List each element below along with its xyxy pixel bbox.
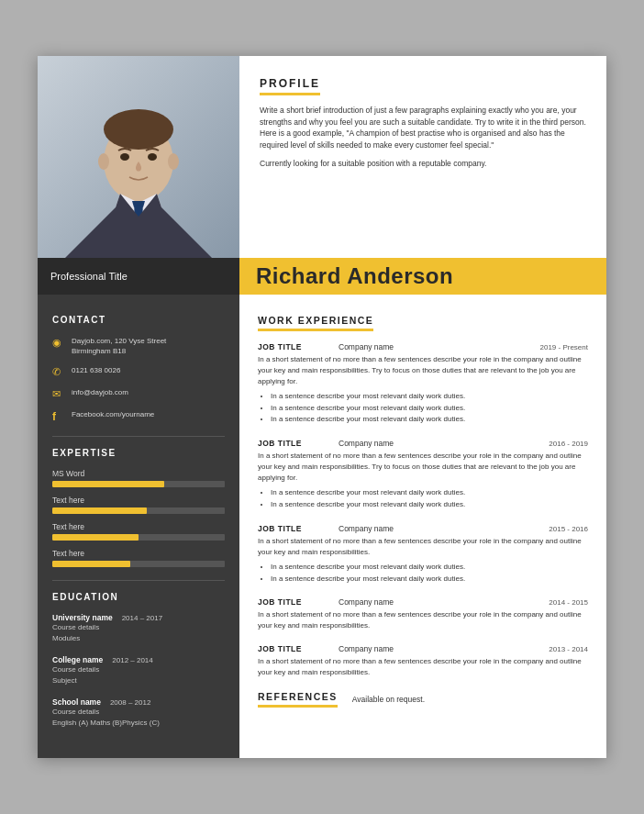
profile-section-title: PROFILE — [260, 77, 320, 95]
job-dates-3: 2015 - 2016 — [549, 525, 588, 533]
job-title-4: JOB TITLE — [258, 597, 331, 607]
bullet-1-2: In a sentence describe your most relevan… — [271, 403, 588, 415]
edu-row-1: University name 2014 – 2017 — [52, 613, 225, 622]
job-dates-5: 2013 - 2014 — [549, 645, 588, 653]
contact-facebook-text: Facebook.com/yourname — [72, 409, 154, 419]
job-desc-1: In a short statement of no more than a f… — [258, 354, 588, 387]
bullet-2-1: In a sentence describe your most relevan… — [271, 487, 588, 499]
contact-facebook: f Facebook.com/yourname — [52, 409, 225, 423]
job-bullets-1: In a sentence describe your most relevan… — [258, 391, 588, 426]
expertise-bar-fill-1 — [52, 481, 164, 487]
expertise-section: EXPERTISE MS Word Text here Text here — [52, 448, 225, 567]
expertise-bar-bg-4 — [52, 561, 225, 567]
contact-phone-text: 0121 638 0026 — [72, 365, 120, 375]
bullet-1-1: In a sentence describe your most relevan… — [271, 391, 588, 403]
expertise-bar-fill-2 — [52, 507, 147, 514]
job-title-1: JOB TITLE — [258, 342, 331, 351]
left-column: CONTACT ◉ Dayjob.com, 120 Vyse StreetBir… — [38, 295, 239, 758]
contact-email-text: info@dayjob.com — [72, 387, 128, 397]
job-block-3: JOB TITLE Company name 2015 - 2016 In a … — [258, 524, 588, 585]
edu-dates-2: 2012 – 2014 — [112, 656, 153, 664]
profile-paragraph1: Write a short brief introduction of just… — [260, 105, 586, 151]
education-section: EDUCATION University name 2014 – 2017 Co… — [52, 592, 225, 729]
bullet-3-2: In a sentence describe your most relevan… — [271, 574, 588, 585]
job-desc-4: In a short statement of no more than a f… — [258, 609, 588, 631]
edu-dates-3: 2008 – 2012 — [110, 698, 151, 707]
expertise-label-3: Text here — [52, 522, 225, 531]
job-company-4: Company name — [331, 597, 549, 607]
contact-address: ◉ Dayjob.com, 120 Vyse StreetBirmingham … — [52, 336, 225, 356]
expertise-item-1: MS Word — [52, 469, 225, 487]
photo-area — [38, 56, 239, 258]
professional-title-bar: Professional Title — [38, 258, 239, 295]
profile-photo — [38, 56, 239, 258]
divider-2 — [52, 580, 225, 581]
job-block-1: JOB TITLE Company name 2019 - Present In… — [258, 342, 588, 426]
edu-name-2: College name — [52, 655, 103, 664]
edu-detail-2a: Course details — [52, 664, 225, 675]
job-dates-4: 2014 - 2015 — [549, 598, 588, 607]
expertise-label-1: MS Word — [52, 469, 225, 478]
expertise-bar-fill-4 — [52, 561, 130, 567]
contact-section: CONTACT ◉ Dayjob.com, 120 Vyse StreetBir… — [52, 315, 225, 423]
bullet-2-2: In a sentence describe your most relevan… — [271, 499, 588, 511]
job-company-1: Company name — [331, 342, 540, 351]
expertise-label-4: Text here — [52, 549, 225, 558]
edu-item-2: College name 2012 – 2014 Course details … — [52, 655, 225, 686]
references-title: REFERENCES — [258, 691, 338, 708]
profile-section: PROFILE Write a short brief introduction… — [239, 56, 606, 258]
expertise-title: EXPERTISE — [52, 448, 225, 458]
job-desc-3: In a short statement of no more than a f… — [258, 536, 588, 558]
facebook-icon: f — [52, 410, 65, 423]
svg-point-5 — [104, 109, 173, 150]
contact-title: CONTACT — [52, 315, 225, 325]
job-desc-5: In a short statement of no more than a f… — [258, 656, 588, 678]
job-dates-1: 2019 - Present — [540, 343, 588, 351]
expertise-item-4: Text here — [52, 549, 225, 567]
full-name: Richard Anderson — [256, 263, 453, 289]
location-icon: ◉ — [52, 337, 65, 349]
job-header-3: JOB TITLE Company name 2015 - 2016 — [258, 524, 588, 533]
edu-detail-1b: Modules — [52, 633, 225, 644]
expertise-bar-fill-3 — [52, 534, 139, 541]
contact-email: ✉ info@dayjob.com — [52, 387, 225, 400]
professional-title-text: Professional Title — [50, 271, 128, 282]
job-company-2: Company name — [331, 439, 549, 448]
phone-icon: ✆ — [52, 366, 65, 378]
references-section: REFERENCES Available on request. — [258, 691, 588, 708]
job-title-3: JOB TITLE — [258, 524, 331, 533]
svg-point-6 — [98, 153, 109, 170]
expertise-bar-bg-3 — [52, 534, 225, 541]
right-column: WORK EXPERIENCE JOB TITLE Company name 2… — [239, 295, 606, 758]
edu-detail-3a: Course details — [52, 707, 225, 718]
expertise-label-2: Text here — [52, 496, 225, 505]
expertise-item-2: Text here — [52, 496, 225, 514]
job-bullets-3: In a sentence describe your most relevan… — [258, 562, 588, 585]
job-block-4: JOB TITLE Company name 2014 - 2015 In a … — [258, 597, 588, 631]
job-title-5: JOB TITLE — [258, 644, 331, 653]
edu-dates-1: 2014 – 2017 — [122, 614, 163, 622]
svg-point-8 — [120, 153, 129, 161]
education-title: EDUCATION — [52, 592, 225, 602]
name-bar-right: Richard Anderson — [239, 258, 606, 295]
svg-point-9 — [148, 153, 157, 161]
job-dates-2: 2016 - 2019 — [549, 440, 588, 448]
expertise-bar-bg-2 — [52, 507, 225, 514]
edu-row-3: School name 2008 – 2012 — [52, 697, 225, 707]
job-company-5: Company name — [331, 644, 549, 653]
expertise-item-3: Text here — [52, 522, 225, 541]
edu-name-3: School name — [52, 697, 101, 707]
job-block-5: JOB TITLE Company name 2013 - 2014 In a … — [258, 644, 588, 678]
job-header-4: JOB TITLE Company name 2014 - 2015 — [258, 597, 588, 607]
email-icon: ✉ — [52, 388, 65, 400]
bullet-1-3: In a sentence describe your most relevan… — [271, 414, 588, 426]
edu-name-1: University name — [52, 613, 113, 622]
profile-paragraph2: Currently looking for a suitable positio… — [260, 158, 586, 170]
job-desc-2: In a short statement of no more than a f… — [258, 451, 588, 484]
contact-address-text: Dayjob.com, 120 Vyse StreetBirmingham B1… — [72, 336, 166, 356]
job-company-3: Company name — [331, 524, 549, 533]
edu-detail-1a: Course details — [52, 622, 225, 633]
edu-item-1: University name 2014 – 2017 Course detai… — [52, 613, 225, 644]
edu-detail-2b: Subject — [52, 675, 225, 686]
bullet-3-1: In a sentence describe your most relevan… — [271, 562, 588, 574]
